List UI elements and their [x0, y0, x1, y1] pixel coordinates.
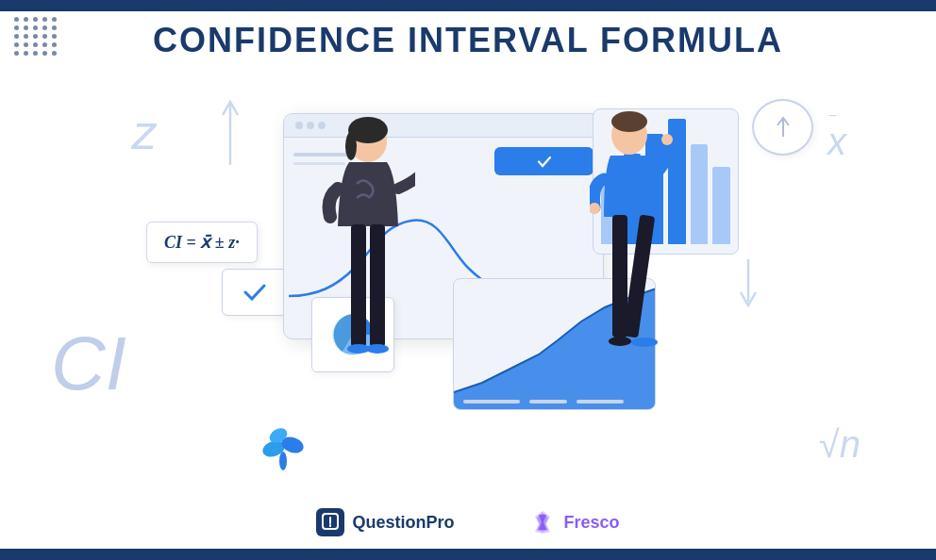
person-female — [321, 113, 415, 377]
svg-rect-7 — [529, 400, 567, 404]
bottom-bar — [0, 549, 936, 560]
svg-rect-15 — [351, 224, 366, 347]
svg-point-28 — [330, 525, 332, 527]
bg-arrow-up-icon — [217, 94, 243, 170]
bg-symbol-z: z — [132, 104, 157, 160]
page-title: CONFIDENCE INTERVAL FORMULA — [0, 21, 936, 60]
fresco-icon — [529, 509, 556, 535]
check-card — [222, 269, 288, 316]
svg-rect-23 — [612, 215, 627, 338]
plant-icon — [255, 409, 311, 475]
speech-bubble — [752, 99, 813, 156]
svg-rect-6 — [463, 400, 520, 404]
svg-point-22 — [661, 134, 673, 145]
bg-arrow-down-icon — [735, 255, 761, 311]
bg-symbol-xbar: x‾ — [827, 121, 846, 163]
bg-symbol-ci: CI — [51, 321, 126, 407]
svg-rect-24 — [623, 215, 655, 338]
svg-point-26 — [631, 338, 658, 347]
formula-box: CI = x̄ ± z· — [146, 222, 258, 263]
svg-point-13 — [345, 132, 357, 160]
svg-point-20 — [611, 111, 647, 132]
svg-point-2 — [279, 452, 287, 470]
svg-rect-8 — [577, 400, 624, 404]
person-male — [590, 108, 684, 372]
browser-blue-button — [494, 147, 593, 175]
questionpro-name: QuestionPro — [352, 513, 454, 533]
svg-point-25 — [609, 337, 631, 346]
footer-logos: QuestionPro Fresco — [0, 508, 936, 536]
top-bar — [0, 0, 936, 11]
svg-point-18 — [366, 344, 389, 354]
fresco-name: Fresco — [563, 513, 619, 533]
questionpro-logo: QuestionPro — [316, 508, 454, 536]
bg-symbol-sqrtn: √n — [819, 423, 861, 466]
fresco-logo: Fresco — [529, 509, 619, 535]
svg-rect-16 — [370, 224, 385, 347]
